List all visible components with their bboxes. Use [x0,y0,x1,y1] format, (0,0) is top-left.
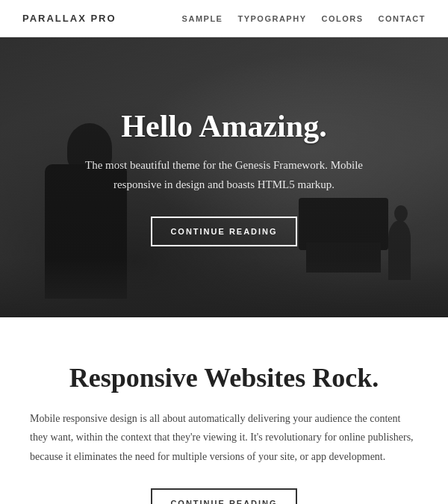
nav-contact[interactable]: CONTACT [379,14,426,23]
hero-title: Hello Amazing. [82,108,366,144]
section-body: Mobile responsive design is all about au… [30,409,418,466]
content-section: Responsive Websites Rock. Mobile respons… [0,317,448,504]
hero-continue-reading-button[interactable]: CONTINUE READING [151,217,296,246]
section-title: Responsive Websites Rock. [30,362,418,394]
hero-subtitle: The most beautiful theme for the Genesis… [82,156,366,194]
site-logo[interactable]: PARALLAX PRO [22,13,116,24]
main-nav: SAMPLE TYPOGRAPHY COLORS CONTACT [182,14,426,23]
nav-sample[interactable]: SAMPLE [182,14,223,23]
content-continue-reading-button[interactable]: CONTINUE READING [151,488,296,504]
nav-colors[interactable]: COLORS [321,14,363,23]
hero-content: Hello Amazing. The most beautiful theme … [52,108,396,246]
nav-typography[interactable]: TYPOGRAPHY [237,14,306,23]
site-header: PARALLAX PRO SAMPLE TYPOGRAPHY COLORS CO… [0,0,448,37]
hero-section: Hello Amazing. The most beautiful theme … [0,37,448,317]
